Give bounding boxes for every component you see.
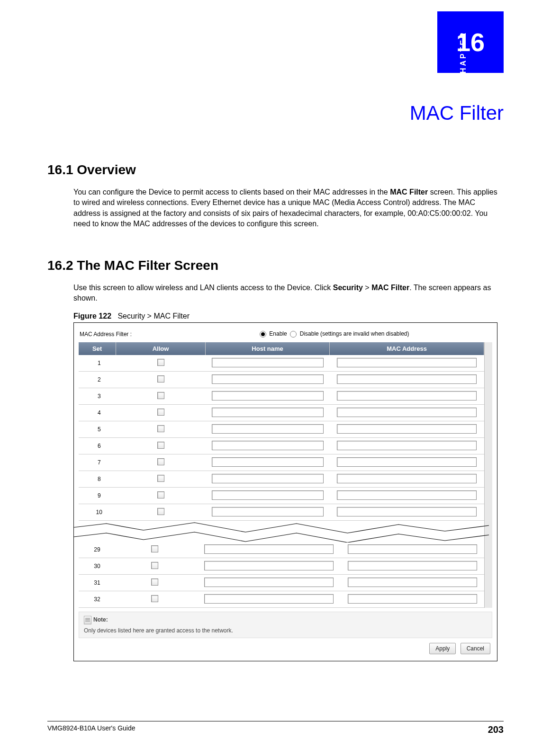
col-mac: MAC Address (330, 342, 484, 355)
cell-set: 31 (79, 575, 112, 591)
paragraph-16-2: Use this screen to allow wireless and LA… (73, 283, 504, 304)
screenshot-mac-filter: MAC Address Filter : Enable Disable (set… (73, 322, 497, 661)
cell-host (197, 542, 341, 558)
note-icon (84, 616, 91, 624)
mac-input[interactable] (337, 474, 476, 483)
mac-input[interactable] (337, 441, 476, 450)
cell-set: 2 (79, 372, 116, 388)
allow-checkbox[interactable] (157, 409, 164, 416)
paragraph-16-1: You can configure the Device to permit a… (73, 187, 504, 230)
allow-checkbox[interactable] (151, 545, 158, 552)
allow-checkbox[interactable] (151, 595, 158, 602)
mac-input[interactable] (337, 457, 476, 467)
filter-toggle-row: MAC Address Filter : Enable Disable (set… (79, 328, 492, 342)
cell-allow (116, 388, 206, 405)
allow-checkbox[interactable] (157, 442, 164, 449)
mac-input[interactable] (337, 507, 476, 516)
table-row: 29 (79, 542, 484, 558)
cell-host (206, 388, 330, 405)
cell-host (206, 355, 330, 372)
cell-mac (330, 405, 484, 421)
allow-checkbox[interactable] (151, 562, 158, 569)
hostname-input[interactable] (212, 490, 324, 500)
cell-set: 8 (79, 471, 116, 488)
figure-caption: Figure 122 Security > MAC Filter (73, 312, 504, 320)
table-row: 31 (79, 575, 484, 591)
cell-set: 6 (79, 438, 116, 454)
cell-host (206, 438, 330, 454)
chapter-title: MAC Filter (47, 102, 504, 125)
table-row: 5 (79, 421, 484, 438)
table-row: 32 (79, 591, 484, 608)
footer-page-number: 203 (488, 724, 504, 735)
apply-button[interactable]: Apply (429, 643, 456, 654)
cell-host (206, 471, 330, 488)
figure-caption-text: Security > MAC Filter (117, 312, 190, 320)
hostname-input[interactable] (204, 578, 334, 587)
allow-checkbox[interactable] (157, 425, 164, 432)
cell-allow (112, 558, 197, 575)
cell-host (206, 504, 330, 521)
cell-allow (116, 405, 206, 421)
allow-checkbox[interactable] (157, 392, 164, 399)
section-heading-16-1: 16.1 Overview (47, 162, 504, 178)
allow-checkbox[interactable] (157, 475, 164, 482)
hostname-input[interactable] (212, 507, 324, 516)
mac-filter-label: MAC Address Filter : (80, 331, 260, 338)
mac-input[interactable] (348, 594, 477, 604)
note-box: Note: Only devices listed here are grant… (79, 612, 492, 638)
hostname-input[interactable] (212, 474, 324, 483)
radio-icon (260, 331, 266, 338)
hostname-input[interactable] (204, 561, 334, 570)
hostname-input[interactable] (212, 408, 324, 417)
table-row: 7 (79, 454, 484, 471)
allow-checkbox[interactable] (157, 508, 164, 515)
cell-allow (116, 438, 206, 454)
cell-allow (112, 591, 197, 608)
cell-set: 10 (79, 504, 116, 521)
mac-input[interactable] (337, 424, 476, 434)
allow-checkbox[interactable] (157, 491, 164, 498)
allow-checkbox[interactable] (157, 458, 164, 465)
hostname-input[interactable] (212, 374, 324, 384)
cell-set: 9 (79, 488, 116, 504)
radio-enable[interactable]: Enable (260, 330, 287, 338)
allow-checkbox[interactable] (157, 359, 164, 366)
cell-allow (112, 542, 197, 558)
cell-mac (330, 388, 484, 405)
mac-input[interactable] (337, 391, 476, 400)
hostname-input[interactable] (204, 544, 334, 554)
mac-input[interactable] (348, 561, 477, 570)
scrollbar[interactable] (484, 342, 492, 608)
allow-checkbox[interactable] (151, 578, 158, 586)
mac-input[interactable] (337, 490, 476, 500)
hostname-input[interactable] (212, 358, 324, 367)
cancel-button[interactable]: Cancel (461, 643, 490, 654)
cell-host (197, 558, 341, 575)
mac-input[interactable] (337, 408, 476, 417)
mac-input[interactable] (348, 578, 477, 587)
hostname-input[interactable] (204, 594, 334, 604)
mac-input[interactable] (337, 374, 476, 384)
mac-input[interactable] (337, 358, 476, 367)
cell-allow (116, 488, 206, 504)
radio-disable[interactable]: Disable (settings are invalid when disab… (290, 330, 409, 338)
cell-allow (116, 421, 206, 438)
mac-input[interactable] (348, 544, 477, 554)
footer-guide: VMG8924-B10A User's Guide (47, 724, 135, 735)
col-set: Set (79, 342, 116, 355)
hostname-input[interactable] (212, 457, 324, 467)
note-label: Note: (93, 616, 108, 623)
hostname-input[interactable] (212, 424, 324, 434)
figure-label: Figure 122 (73, 312, 111, 320)
cell-host (197, 591, 341, 608)
hostname-input[interactable] (212, 441, 324, 450)
table-row: 9 (79, 488, 484, 504)
text: > (363, 284, 371, 292)
table-row: 30 (79, 558, 484, 575)
hostname-input[interactable] (212, 391, 324, 400)
text: Use this screen to allow wireless and LA… (73, 284, 333, 292)
cell-mac (330, 471, 484, 488)
note-text: Only devices listed here are granted acc… (84, 627, 487, 634)
allow-checkbox[interactable] (157, 375, 164, 382)
